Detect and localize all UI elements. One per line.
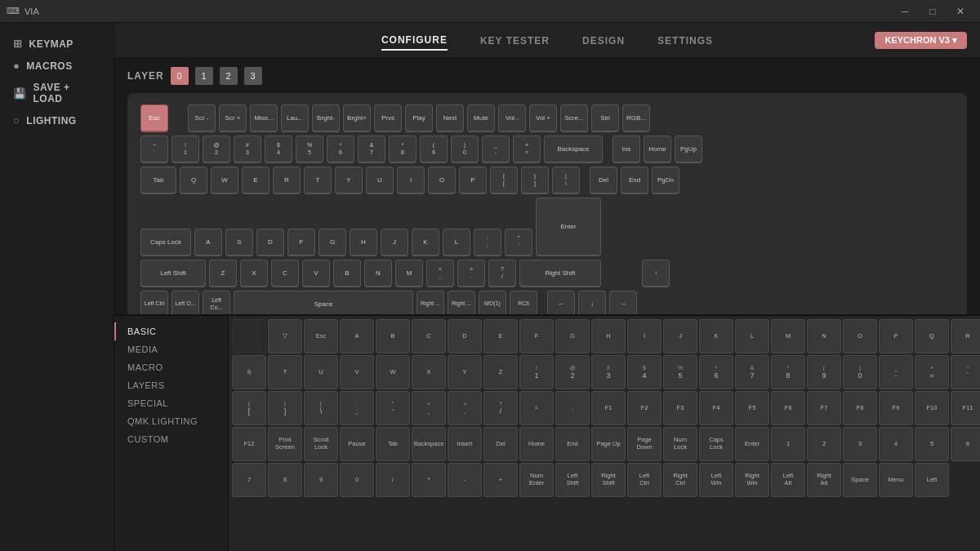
key-scre[interactable]: Scre... [560,104,588,132]
bk-b[interactable]: B [376,319,410,353]
bk-pipe[interactable]: [\ [304,391,338,425]
key-right-shift[interactable]: Right Shift [519,260,601,287]
bk-w[interactable]: W [376,355,410,389]
nav-key-tester[interactable]: KEY TESTER [480,32,550,50]
key-end[interactable]: End [621,167,648,194]
key-left-os[interactable]: Left O... [172,291,199,314]
bk-f[interactable]: F [519,319,554,353]
key-r[interactable]: R [273,167,301,194]
key-0[interactable]: )0 [451,136,479,163]
bk-f7[interactable]: F7 [807,391,841,425]
key-b[interactable]: B [333,260,361,287]
bk-m[interactable]: M [771,319,805,353]
nav-configure[interactable]: CONFIGURE [381,31,448,51]
key-play[interactable]: Play [405,104,433,132]
bk-excl[interactable]: !1 [519,355,554,389]
key-mo1[interactable]: MO(1) [479,291,506,314]
sidebar-item-save-load[interactable]: 💾 SAVE + LOAD [0,77,114,109]
bk-e[interactable]: E [483,319,518,353]
bk-scrlock[interactable]: ScrollLock [304,427,338,461]
bk-q[interactable]: Q [915,319,949,353]
key-6[interactable]: ^6 [327,136,354,163]
key-next[interactable]: Next [436,104,464,132]
key-f[interactable]: F [287,229,315,256]
bk-f2[interactable]: F2 [627,391,662,425]
bk-j[interactable]: J [663,319,697,353]
bk-qmark[interactable]: ?/ [483,391,518,425]
bk-right-shift[interactable]: RightShift [591,463,626,497]
key-backslash[interactable]: |\ [552,167,580,194]
bk-num0[interactable]: 0 [340,463,374,497]
key-left-shift[interactable]: Left Shift [140,260,206,287]
key-mute[interactable]: Mute [467,104,495,132]
key-home[interactable]: Home [644,136,671,163]
key-left-cmd[interactable]: Left Co... [203,291,230,314]
bk-right-win[interactable]: RightWin [735,463,769,497]
key-right-os[interactable]: Right ... [416,291,444,314]
key-rctl[interactable]: RCtl [510,291,537,314]
key-l[interactable]: L [443,229,470,256]
bk-space[interactable]: Space [843,463,877,497]
bk-colon[interactable]: :; [340,391,374,425]
key-pgdn[interactable]: PgDn [652,167,679,194]
key-e[interactable]: E [242,167,270,194]
bk-enter2[interactable]: Enter [735,427,769,461]
key-scr-minus[interactable]: Scr - [188,104,216,132]
key-rgb[interactable]: RGB... [622,104,650,132]
bk-g[interactable]: G [555,319,590,353]
cat-special[interactable]: SPECIAL [114,394,228,412]
bk-n[interactable]: N [807,319,841,353]
bk-f1[interactable]: F1 [591,391,626,425]
key-t[interactable]: T [304,167,332,194]
bk-num6[interactable]: 6 [951,427,980,461]
key-del[interactable]: Del [590,167,617,194]
cat-media[interactable]: MEDIA [114,340,228,358]
key-4[interactable]: $4 [265,136,292,163]
key-semicolon[interactable]: :; [474,229,501,256]
bk-pgdn[interactable]: PageDown [627,427,662,461]
bk-f4[interactable]: F4 [699,391,733,425]
key-quote[interactable]: "' [505,229,532,256]
key-enter[interactable]: Enter [536,198,601,256]
key-lau[interactable]: Lau... [281,104,309,132]
key-equals[interactable]: += [513,136,541,163]
bk-comma2[interactable]: , [555,391,590,425]
bk-c[interactable]: C [412,319,446,353]
bk-y[interactable]: Y [448,355,482,389]
bk-num9[interactable]: 9 [304,463,338,497]
bk-bksp[interactable]: Backspace [412,427,446,461]
key-8[interactable]: *8 [389,136,416,163]
bk-empty1[interactable] [232,319,266,353]
bk-k[interactable]: K [699,319,733,353]
bk-left-ctrl[interactable]: LeftCtrl [627,463,662,497]
bk-t[interactable]: T [268,355,302,389]
nav-design[interactable]: DESIGN [582,32,625,50]
bk-left-alt[interactable]: LeftAlt [771,463,805,497]
key-backspace[interactable]: Backspace [544,136,603,163]
key-down-arrow[interactable]: ↓ [578,291,606,314]
bk-lparen[interactable]: (9 [807,355,841,389]
key-comma[interactable]: <, [426,260,454,287]
bk-p[interactable]: P [879,319,913,353]
key-miss[interactable]: Miss... [250,104,278,132]
minimize-button[interactable]: ─ [892,2,918,20]
bk-a[interactable]: A [340,319,374,353]
bk-grave[interactable]: ~` [951,355,980,389]
key-a[interactable]: A [194,229,222,256]
bk-v[interactable]: V [340,355,374,389]
key-g[interactable]: G [318,229,346,256]
key-5[interactable]: %5 [296,136,323,163]
key-7[interactable]: &7 [358,136,385,163]
sidebar-item-keymap[interactable]: ⊞ KEYMAP [0,33,114,55]
bk-num3[interactable]: 3 [843,427,877,461]
bk-del[interactable]: Del [483,427,518,461]
bk-f11[interactable]: F11 [951,391,980,425]
key-i[interactable]: I [397,167,425,194]
key-minus[interactable]: _- [482,136,510,163]
layer-btn-2[interactable]: 2 [220,67,238,85]
bk-capslk[interactable]: CapsLock [699,427,733,461]
key-n[interactable]: N [364,260,392,287]
key-tab[interactable]: Tab [140,167,176,194]
bk-lbrace[interactable]: {[ [232,391,266,425]
bk-left-shift[interactable]: LeftShift [555,463,590,497]
